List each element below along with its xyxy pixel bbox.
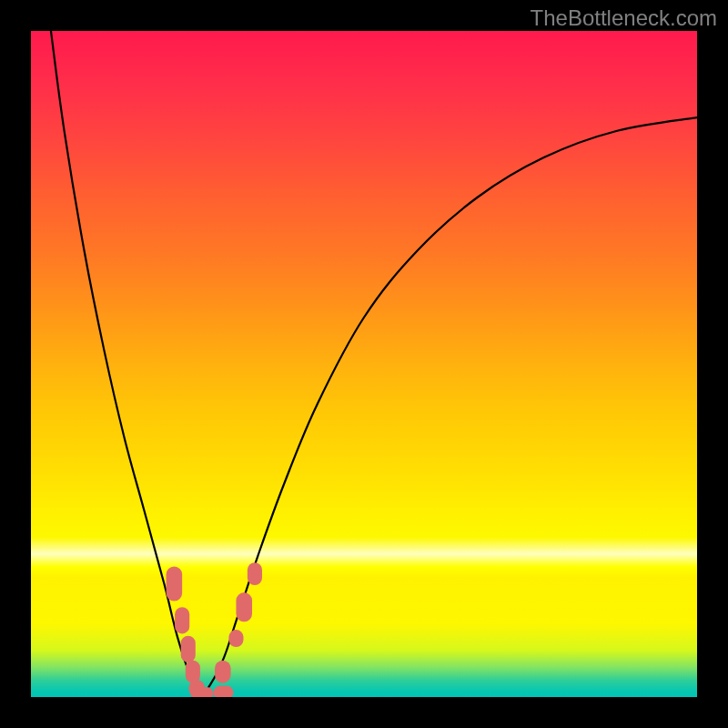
watermark-text: TheBottleneck.com <box>531 5 717 31</box>
cluster-bottom-2 <box>214 686 234 697</box>
cluster-bottom-1 <box>191 687 214 697</box>
cluster-left-mid <box>181 636 196 662</box>
cluster-right-mid <box>228 630 243 647</box>
cluster-left-top <box>167 567 183 602</box>
bottleneck-curve <box>51 31 697 694</box>
cluster-right-top <box>248 562 262 585</box>
chart-plot-area <box>31 31 697 697</box>
cluster-left-low1 <box>186 661 200 683</box>
cluster-right-low <box>215 661 231 683</box>
cluster-right-upper <box>236 592 252 622</box>
chart-svg <box>31 31 697 697</box>
cluster-left-upper <box>175 607 189 633</box>
